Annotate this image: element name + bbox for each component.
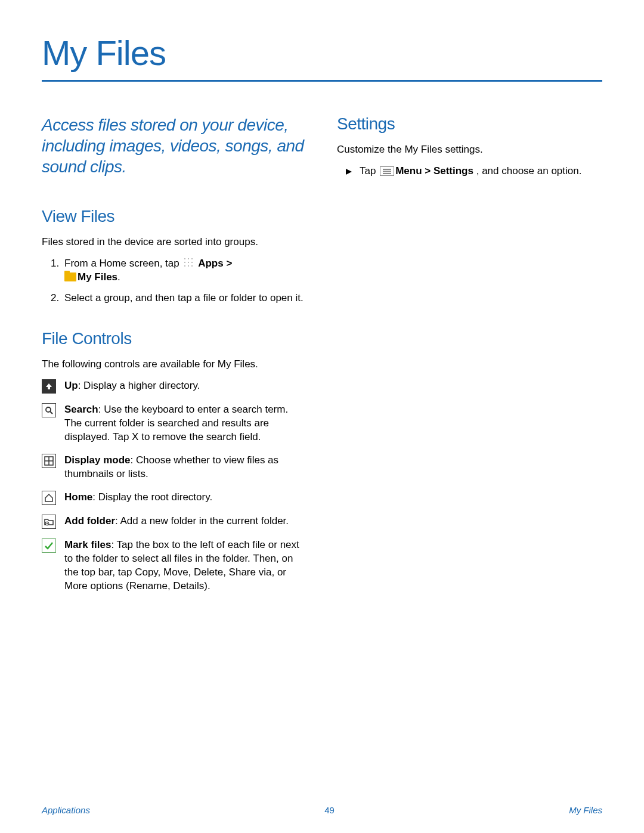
control-up-text: Up: Display a higher directory. (64, 379, 307, 394)
page-title: My Files (42, 33, 602, 82)
control-up-name: Up (64, 380, 78, 391)
settings-menu-path: Menu > Settings (395, 165, 476, 176)
control-addfolder-desc: : Add a new folder in the current folder… (115, 515, 289, 527)
control-home-desc: : Display the root directory. (92, 491, 212, 503)
step-2: Select a group, and then tap a file or f… (62, 292, 307, 305)
control-search-name: Search (64, 404, 98, 415)
footer-right: My Files (569, 805, 602, 815)
file-controls-heading: File Controls (42, 329, 307, 348)
apps-icon (183, 257, 194, 268)
file-controls-lead: The following controls are available for… (42, 358, 307, 371)
control-addfolder-text: Add folder: Add a new folder in the curr… (64, 515, 307, 529)
step-1-text-a: From a Home screen, tap (64, 258, 182, 269)
control-addfolder-name: Add folder (64, 515, 115, 527)
settings-heading: Settings (337, 114, 602, 134)
control-display-mode: Display mode: Choose whether to view fil… (42, 454, 307, 481)
view-files-lead: Files stored in the device are sorted in… (42, 236, 307, 249)
search-icon (42, 403, 56, 417)
control-up: Up: Display a higher directory. (42, 379, 307, 394)
step-1-myfiles: My Files (78, 271, 117, 283)
page-footer: Applications 49 My Files (42, 805, 602, 815)
settings-tap: Tap (360, 165, 379, 176)
control-mark-files: Mark files: Tap the box to the left of e… (42, 538, 307, 593)
view-files-steps: From a Home screen, tap Apps > My Files.… (42, 257, 307, 305)
control-up-desc: : Display a higher directory. (78, 380, 200, 391)
settings-step-text: Tap Menu > Settings , and choose an opti… (360, 165, 581, 179)
settings-step: Tap Menu > Settings , and choose an opti… (337, 165, 602, 179)
menu-icon (380, 166, 394, 176)
footer-page-number: 49 (324, 805, 335, 815)
step-1-apps: Apps > (198, 258, 232, 269)
add-folder-icon (42, 515, 56, 529)
right-column: Settings Customize the My Files settings… (337, 114, 602, 602)
control-display-name: Display mode (64, 454, 131, 466)
left-column: Access files stored on your device, incl… (42, 114, 307, 602)
control-mark-name: Mark files (64, 539, 111, 550)
content-columns: Access files stored on your device, incl… (42, 114, 602, 602)
control-search: Search: Use the keyboard to enter a sear… (42, 403, 307, 444)
control-search-text: Search: Use the keyboard to enter a sear… (64, 403, 307, 444)
file-controls-list: Up: Display a higher directory. Search: … (42, 379, 307, 593)
control-add-folder: Add folder: Add a new folder in the curr… (42, 515, 307, 529)
settings-tail: , and choose an option. (476, 165, 582, 176)
home-icon (42, 491, 56, 505)
svg-point-0 (46, 407, 51, 412)
triangle-bullet-icon (345, 165, 352, 179)
control-home-name: Home (64, 491, 92, 503)
control-home: Home: Display the root directory. (42, 491, 307, 505)
view-files-heading: View Files (42, 207, 307, 226)
settings-lead: Customize the My Files settings. (337, 143, 602, 156)
step-1: From a Home screen, tap Apps > My Files. (62, 257, 307, 284)
intro-text: Access files stored on your device, incl… (42, 114, 307, 177)
up-icon (42, 379, 56, 394)
folder-icon (64, 272, 76, 281)
control-mark-text: Mark files: Tap the box to the left of e… (64, 538, 307, 593)
control-display-text: Display mode: Choose whether to view fil… (64, 454, 307, 481)
control-search-desc: : Use the keyboard to enter a search ter… (64, 404, 288, 442)
footer-left: Applications (42, 805, 90, 815)
svg-line-1 (50, 411, 52, 414)
check-icon (42, 538, 56, 553)
grid-icon (42, 454, 56, 468)
step-1-period: . (117, 271, 120, 283)
control-home-text: Home: Display the root directory. (64, 491, 307, 505)
